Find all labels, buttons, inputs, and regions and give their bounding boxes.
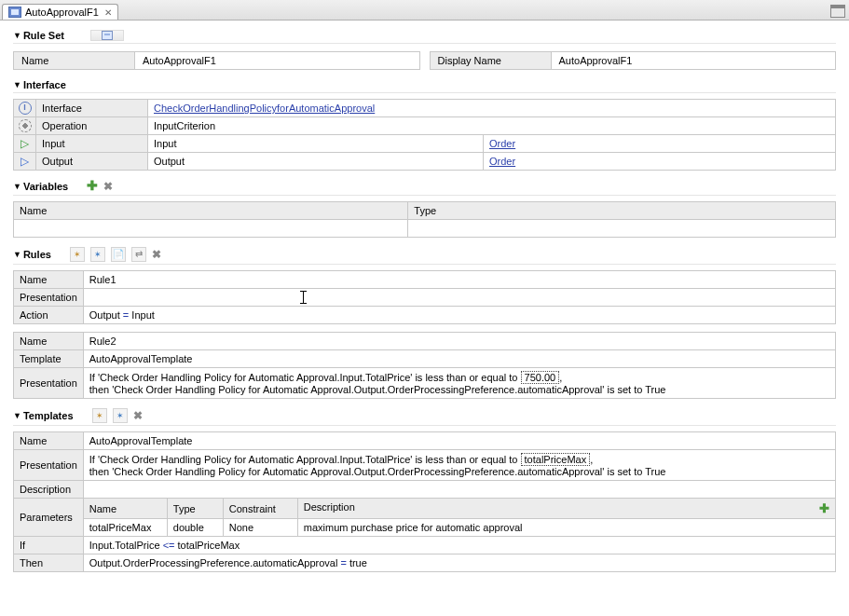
new-template-button[interactable] — [92, 408, 107, 423]
label-display-name: Display Name — [431, 52, 552, 69]
label-interface: Interface — [36, 100, 148, 117]
maximize-button[interactable] — [830, 5, 845, 18]
col-param-constraint: Constraint — [223, 499, 297, 519]
label-rule-action: Action — [14, 307, 84, 324]
section-title: Rule Set — [23, 30, 64, 41]
label-tpl-parameters: Parameters — [14, 499, 84, 537]
section-title: Templates — [23, 410, 74, 421]
tab-title: AutoApprovalF1 — [25, 7, 99, 18]
tpl-description[interactable] — [83, 481, 835, 499]
label-tpl-name: Name — [14, 432, 84, 450]
ruleset-info-icon[interactable] — [102, 31, 113, 40]
edit-template-button[interactable] — [113, 408, 128, 423]
reorder-rule-button[interactable] — [131, 247, 146, 262]
collapse-toggle[interactable]: ▼ — [13, 182, 21, 191]
section-rules: ▼ Rules ✖ Name Rule1 Presentation Action… — [13, 247, 836, 399]
rule2-presentation[interactable]: If 'Check Order Handling Policy for Auto… — [83, 368, 835, 399]
value-operation[interactable]: InputCriterion — [148, 117, 836, 135]
tpl-param-placeholder[interactable]: totalPriceMax — [521, 453, 591, 466]
row-output: Output Output Order — [14, 153, 836, 171]
col-param-type: Type — [167, 499, 223, 519]
label-output: Output — [36, 153, 148, 171]
rule2-template[interactable]: AutoApprovalTemplate — [83, 350, 835, 368]
rule2-name[interactable]: Rule2 — [83, 333, 835, 350]
rule1-presentation-cell[interactable] — [83, 289, 835, 307]
output-arrow-icon — [19, 155, 32, 168]
rule1-table: Name Rule1 Presentation Action Output = … — [13, 270, 836, 324]
value-input-name[interactable]: Input — [148, 135, 484, 153]
tpl-name[interactable]: AutoApprovalTemplate — [83, 432, 835, 450]
collapse-toggle[interactable]: ▼ — [13, 80, 21, 89]
label-rule-presentation: Presentation — [14, 368, 84, 399]
interface-table: Interface CheckOrderHandlingPolicyforAut… — [13, 99, 836, 171]
new-rule-from-template-button[interactable] — [90, 247, 105, 262]
new-rule-button[interactable] — [70, 247, 85, 262]
label-tpl-description: Description — [14, 481, 84, 499]
value-output-name[interactable]: Output — [148, 153, 484, 171]
collapse-toggle[interactable]: ▼ — [13, 411, 21, 420]
param-name[interactable]: totalPriceMax — [83, 519, 167, 537]
label-name: Name — [14, 52, 135, 69]
col-param-name: Name — [83, 499, 167, 519]
gear-icon — [19, 119, 32, 132]
col-var-name: Name — [14, 202, 408, 220]
rule2-param-value[interactable]: 750.00 — [521, 371, 560, 384]
text-cursor-icon — [303, 291, 304, 304]
input-type-link[interactable]: Order — [489, 138, 515, 149]
row-interface: Interface CheckOrderHandlingPolicyforAut… — [14, 100, 836, 117]
param-type[interactable]: double — [167, 519, 223, 537]
ruleset-name-field: Name AutoApprovalF1 — [13, 51, 420, 70]
rule2-table: Name Rule2 Template AutoApprovalTemplate… — [13, 332, 836, 399]
param-row[interactable]: totalPriceMax double None maximum purcha… — [14, 519, 836, 537]
variables-empty-row[interactable] — [14, 220, 836, 238]
collapse-toggle[interactable]: ▼ — [13, 250, 21, 259]
label-input: Input — [36, 135, 148, 153]
row-input: Input Input Order — [14, 135, 836, 153]
param-description[interactable]: maximum purchase price for automatic app… — [297, 519, 835, 537]
interface-icon — [19, 102, 32, 115]
variables-table: Name Type — [13, 201, 836, 238]
row-operation: Operation InputCriterion — [14, 117, 836, 135]
delete-rule-button[interactable]: ✖ — [152, 248, 161, 261]
label-rule-name: Name — [14, 271, 84, 289]
ruleset-display-field: Display Name AutoApprovalF1 — [430, 51, 837, 70]
tab-auto-approval[interactable]: AutoApprovalF1 ✕ — [2, 4, 118, 20]
label-rule-template: Template — [14, 350, 84, 368]
col-param-description: Description✚ — [297, 499, 835, 519]
label-rule-name: Name — [14, 333, 84, 350]
interface-link[interactable]: CheckOrderHandlingPolicyforAutomaticAppr… — [154, 103, 375, 114]
section-rule-set: ▼ Rule Set Name AutoApprovalF1 Display N… — [13, 30, 836, 70]
output-type-link[interactable]: Order — [489, 156, 515, 167]
convert-rule-button[interactable] — [111, 247, 126, 262]
section-variables: ▼ Variables ✚ ✖ Name Type — [13, 180, 836, 238]
label-rule-presentation: Presentation — [14, 289, 84, 307]
add-parameter-button[interactable]: ✚ — [819, 501, 829, 515]
collapse-toggle[interactable]: ▼ — [13, 31, 21, 40]
section-interface: ▼ Interface Interface CheckOrderHandling… — [13, 79, 836, 171]
col-var-type: Type — [408, 202, 836, 220]
value-display-name[interactable]: AutoApprovalF1 — [552, 52, 836, 69]
rule1-name[interactable]: Rule1 — [83, 271, 835, 289]
tpl-then[interactable]: Output.OrderProcessingPreference.automat… — [83, 554, 835, 572]
tpl-if[interactable]: Input.TotalPrice <= totalPriceMax — [83, 537, 835, 554]
close-icon[interactable]: ✕ — [104, 7, 112, 18]
delete-variable-button[interactable]: ✖ — [103, 180, 113, 193]
section-title: Variables — [23, 181, 68, 192]
tpl-presentation[interactable]: If 'Check Order Handling Policy for Auto… — [83, 450, 835, 481]
rule1-action[interactable]: Output = Input — [83, 307, 835, 324]
add-variable-button[interactable]: ✚ — [87, 179, 98, 192]
label-tpl-then: Then — [14, 554, 84, 572]
input-arrow-icon — [19, 137, 32, 150]
delete-template-button[interactable]: ✖ — [133, 409, 143, 422]
value-name[interactable]: AutoApprovalF1 — [135, 52, 419, 69]
ruleset-file-icon — [8, 7, 21, 18]
label-tpl-presentation: Presentation — [14, 450, 84, 481]
param-constraint[interactable]: None — [223, 519, 297, 537]
template-table: Name AutoApprovalTemplate Presentation I… — [13, 431, 836, 572]
section-toolbar — [90, 30, 124, 41]
label-tpl-if: If — [14, 537, 84, 554]
section-title: Interface — [23, 79, 66, 90]
section-templates: ▼ Templates ✖ Name AutoApprovalTemplate … — [13, 408, 836, 572]
editor-tabbar: AutoApprovalF1 ✕ — [0, 0, 849, 21]
label-operation: Operation — [36, 117, 148, 135]
